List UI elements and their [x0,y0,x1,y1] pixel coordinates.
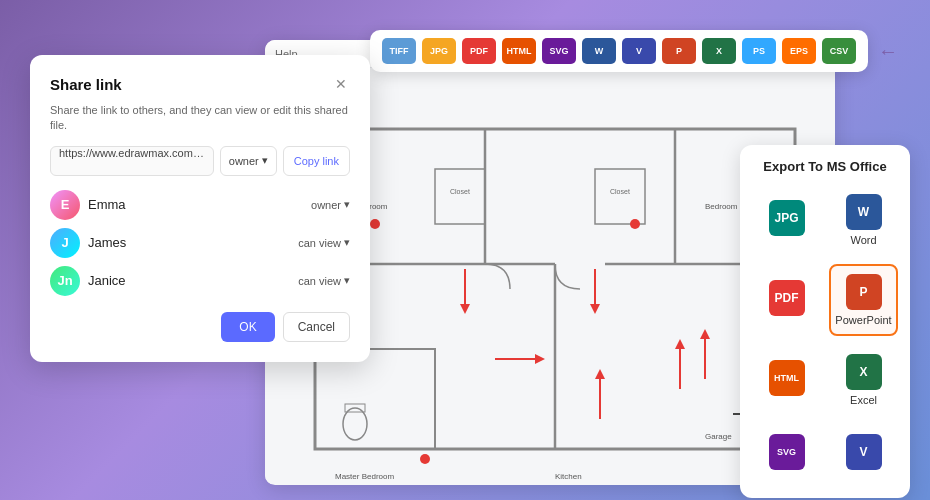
avatar: J [50,228,80,258]
svg-text:Closet: Closet [450,188,470,195]
user-role-selector[interactable]: can view ▾ [298,236,350,249]
link-permission-selector[interactable]: owner ▾ [220,146,277,176]
chevron-down-icon: ▾ [344,236,350,249]
export-excel-label: Excel [850,394,877,406]
export-item-pdf[interactable]: PDF [752,264,821,336]
user-info: Jn Janice [50,266,126,296]
format-pdf[interactable]: PDF [462,38,496,64]
export-visio-icon: V [846,434,882,470]
export-ppt-icon: P [846,274,882,310]
user-info: E Emma [50,190,126,220]
ok-button[interactable]: OK [221,312,274,342]
export-excel-icon: X [846,354,882,390]
export-item-jpg[interactable]: JPG [752,184,821,256]
svg-text:Kitchen: Kitchen [555,472,582,481]
format-jpg[interactable]: JPG [422,38,456,64]
cancel-button[interactable]: Cancel [283,312,350,342]
export-item-word[interactable]: W Word [829,184,898,256]
dialog-header: Share link ✕ [50,75,350,93]
arrow-icon: ← [878,40,898,63]
svg-point-22 [630,219,640,229]
format-csv[interactable]: CSV [822,38,856,64]
dialog-footer: OK Cancel [50,312,350,342]
user-name: Emma [88,197,126,212]
export-grid: JPG W Word PDF P PowerPoint HTML X Excel… [752,184,898,484]
export-panel: Export To MS Office JPG W Word PDF P Pow… [740,145,910,498]
format-ppt[interactable]: P [662,38,696,64]
export-word-icon: W [846,194,882,230]
export-item-excel[interactable]: X Excel [829,344,898,416]
dialog-title: Share link [50,76,122,93]
format-excel[interactable]: X [702,38,736,64]
export-panel-title: Export To MS Office [752,159,898,174]
export-jpg-icon: JPG [769,200,805,236]
user-row: J James can view ▾ [50,228,350,258]
close-button[interactable]: ✕ [332,75,350,93]
svg-text:Garage: Garage [705,432,732,441]
link-url-input[interactable]: https://www.edrawmax.com/online/fil [50,146,214,176]
user-name: Janice [88,273,126,288]
chevron-down-icon: ▾ [344,198,350,211]
svg-text:Master Bedroom: Master Bedroom [335,472,394,481]
format-bar: TIFF JPG PDF HTML SVG W V P X PS EPS CSV… [370,30,868,72]
user-info: J James [50,228,126,258]
format-svg[interactable]: SVG [542,38,576,64]
user-role-selector[interactable]: can view ▾ [298,274,350,287]
format-eps[interactable]: EPS [782,38,816,64]
chevron-down-icon: ▾ [344,274,350,287]
user-row: E Emma owner ▾ [50,190,350,220]
user-row: Jn Janice can view ▾ [50,266,350,296]
export-item-html[interactable]: HTML [752,344,821,416]
export-html-icon: HTML [769,360,805,396]
export-item-svg[interactable]: SVG [752,424,821,484]
share-dialog: Share link ✕ Share the link to others, a… [30,55,370,362]
avatar: E [50,190,80,220]
export-word-label: Word [850,234,876,246]
dialog-description: Share the link to others, and they can v… [50,103,350,134]
format-html[interactable]: HTML [502,38,536,64]
format-tiff[interactable]: TIFF [382,38,416,64]
export-pdf-icon: PDF [769,280,805,316]
avatar: Jn [50,266,80,296]
format-visio[interactable]: V [622,38,656,64]
link-row: https://www.edrawmax.com/online/fil owne… [50,146,350,176]
copy-link-button[interactable]: Copy link [283,146,350,176]
format-ps[interactable]: PS [742,38,776,64]
export-ppt-label: PowerPoint [835,314,891,326]
chevron-down-icon: ▾ [262,154,268,167]
export-item-powerpoint[interactable]: P PowerPoint [829,264,898,336]
export-item-visio[interactable]: V [829,424,898,484]
user-name: James [88,235,126,250]
format-word[interactable]: W [582,38,616,64]
svg-text:Closet: Closet [610,188,630,195]
svg-point-21 [370,219,380,229]
svg-point-23 [420,454,430,464]
user-list: E Emma owner ▾ J James can view ▾ [50,190,350,296]
export-svg-icon: SVG [769,434,805,470]
svg-text:Bedroom: Bedroom [705,202,738,211]
user-role-selector[interactable]: owner ▾ [311,198,350,211]
